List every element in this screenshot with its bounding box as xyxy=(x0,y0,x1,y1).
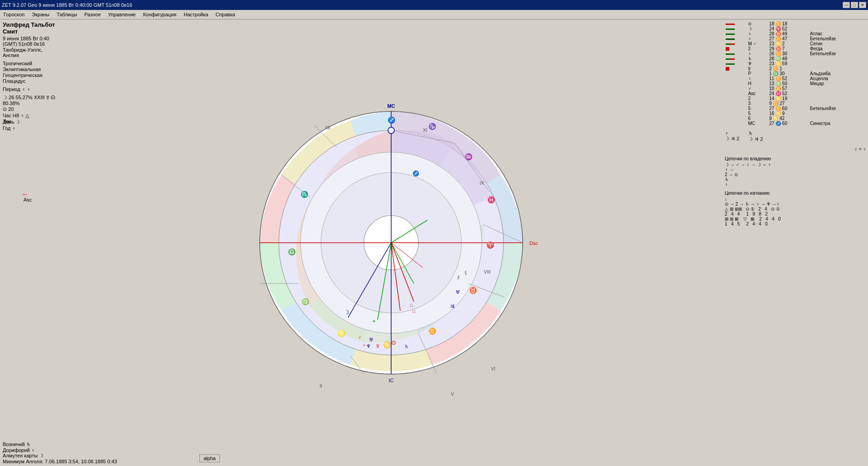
sun-info: ⊙ 20 xyxy=(3,106,56,112)
system-type: Эклиптикальная xyxy=(3,67,56,72)
table-row: ♀ 26 ♊ 30 Бетельгейзе xyxy=(725,51,866,56)
color-indicator xyxy=(726,67,729,71)
menu-screens[interactable]: Экраны xyxy=(30,11,51,18)
svg-text:□: □ xyxy=(412,309,415,314)
svg-text:⊙: ⊙ xyxy=(391,339,396,346)
table-row: 2 29 ♉ 7 Фегда xyxy=(725,46,866,51)
left-panel: Уилфред Тальбот Смит 9 июня 1885 Вт 0:40… xyxy=(0,19,59,466)
table-row: Asc 24 ♓ 52 xyxy=(725,91,866,96)
color-indicator xyxy=(726,63,735,65)
main-content: Уилфред Тальбот Смит 9 июня 1885 Вт 0:40… xyxy=(0,19,868,466)
svg-text:♈: ♈ xyxy=(486,241,494,249)
svg-text:♅: ♅ xyxy=(456,289,460,295)
svg-text:⚷: ⚷ xyxy=(456,274,460,280)
close-button[interactable]: ✕ xyxy=(859,2,866,8)
svg-text:XI: XI xyxy=(423,128,427,133)
svg-text:VIII: VIII xyxy=(484,269,490,274)
year-info: Год ♀ xyxy=(3,125,56,131)
table-row: Р 1 ♎ 30 Альдхиба xyxy=(725,71,866,76)
color-indicator xyxy=(726,34,735,35)
minimum-algol: Минимум Алголя: 7.06.1885 3:54, 10.06.18… xyxy=(3,459,224,464)
table-row: ⊙ 18 ♊ 18 xyxy=(725,21,866,26)
bottom-panel: Возничий ♄ Дорифорий ♀ Алмутен карты ☽ М… xyxy=(0,440,227,466)
table-row: ♆ 23 ♋ 59 xyxy=(725,61,866,66)
table-row: ♄ 28 ♍ 48 xyxy=(725,56,866,61)
table-row: ♂ 10 ♊ 57 xyxy=(725,86,866,91)
table-row: М ♂ 23 ♋ 2 Сегин xyxy=(725,41,866,46)
exile-row1-symbols: △ ⊞ ⊞⊞ ⊙ ① 2 4 ⊙ ① xyxy=(725,207,866,211)
svg-text:II: II xyxy=(320,384,322,389)
svg-text:△: △ xyxy=(410,302,413,307)
svg-text:Dsc: Dsc xyxy=(529,240,538,246)
color-indicator xyxy=(726,53,735,55)
app-title: ZET 9.2.07 Geo 9 июня 1885 Вт 0:40:00 GM… xyxy=(2,2,132,8)
svg-text:♀: ♀ xyxy=(362,342,365,348)
table-row: ♀ 27 ♊ 47 Бетельгейзе xyxy=(725,36,866,41)
svg-text:♆: ♆ xyxy=(366,343,371,349)
chain-4: ♄ xyxy=(725,177,866,182)
alpha-button[interactable]: alpha xyxy=(199,454,220,462)
svg-text:☽: ☽ xyxy=(344,309,349,316)
menu-settings[interactable]: Настройка xyxy=(182,11,210,18)
menu-misc[interactable]: Разное xyxy=(82,11,102,18)
svg-text:♐: ♐ xyxy=(387,116,395,124)
table-row: 5 16 ♋ 9 xyxy=(725,111,866,116)
svg-text:✶: ✶ xyxy=(372,319,376,324)
houses-type: Плацидус xyxy=(3,78,56,84)
right-panel: ⊙ 18 ♊ 18 ☽ 24 ♈ 52 ♀ 28 ♉ 49 Атлас xyxy=(723,19,868,466)
title-bar: ZET 9.2.07 Geo 9 июня 1885 Вт 0:40:00 GM… xyxy=(0,0,868,10)
table-row: Н 13 ♍ 50 Мицар xyxy=(725,81,866,86)
lunar-info: ☽ 26 55.27% XXIII ☿ ☊ 80.38% xyxy=(3,95,56,106)
svg-text:XII: XII xyxy=(325,125,330,130)
color-indicator xyxy=(726,58,735,60)
chains-ownership-title: Цепочки по владению xyxy=(725,156,866,161)
zodiac-type: Тропический xyxy=(3,61,56,66)
svg-text:♃: ♃ xyxy=(450,303,455,310)
color-indicator xyxy=(726,24,735,25)
center-type: Геоцентрическая xyxy=(3,72,56,78)
table-row: 5 27 ♊ 60 Бетельгейзе xyxy=(725,106,866,111)
asc-label: Asc xyxy=(24,197,32,202)
aspect-venus-saturn: ♀ ☽ ♃ 2 xyxy=(725,130,739,142)
exile-row1-nums: 2 4 4 1 9 8 2 xyxy=(725,211,866,216)
exile-chain: ⊙ → 2 → ♄ → ♀ → ♆ →♀ xyxy=(725,202,866,207)
chains-exile: Цепочки по изгнанию ↓ ⊙ → 2 → ♄ → ♀ → ♆ … xyxy=(725,191,866,226)
menu-control[interactable]: Управление xyxy=(106,11,137,18)
menu-tables[interactable]: Таблицы xyxy=(55,11,79,18)
birth-date: 9 июня 1885 Вт 0:40 (GMT) 51n08 0e16 xyxy=(3,36,56,47)
dorifori: Дорифорий ♀ xyxy=(3,447,224,453)
svg-text:♑: ♑ xyxy=(428,123,436,130)
table-row: ☽ 24 ♈ 52 xyxy=(725,26,866,31)
voznicij: Возничий ♄ xyxy=(3,442,224,447)
svg-text:♒: ♒ xyxy=(464,153,472,161)
stars-table: ⊙ 18 ♊ 18 ☽ 24 ♈ 52 ♀ 28 ♉ 49 Атлас xyxy=(725,21,866,126)
chart-area: ♐ ♑ ♒ ♓ ♈ ♉ ♊ ♋ ♌ ♍ ♎ ♏ MC IC Dsc XI XII… xyxy=(59,19,723,466)
chain-2: ♀ → xyxy=(725,167,866,172)
table-row: 6 9 ♋ 42 xyxy=(725,116,866,121)
period-info: Период ♀ ♀ xyxy=(3,86,56,92)
bottom-info: Возничий ♄ Дорифорий ♀ Алмутен карты ☽ М… xyxy=(3,442,224,464)
svg-text:♄: ♄ xyxy=(404,344,409,349)
birth-location: Танбридж-Уэллс, Англия xyxy=(3,47,56,58)
svg-text:☿: ☿ xyxy=(376,343,379,349)
minimize-button[interactable]: — xyxy=(843,2,850,8)
table-row: 2 14 ♋ 19 xyxy=(725,96,866,101)
svg-text:♂: ♂ xyxy=(357,335,361,340)
maximize-button[interactable]: □ xyxy=(851,2,858,8)
svg-text:♐: ♐ xyxy=(412,170,419,177)
svg-text:♓: ♓ xyxy=(487,196,495,204)
aspect-saturn-jupiter: ♄ ☽ ♃ 2 xyxy=(748,130,763,142)
menu-config[interactable]: Конфигурация xyxy=(141,11,178,18)
svg-text:♎: ♎ xyxy=(287,248,296,256)
svg-text:♉: ♉ xyxy=(469,287,477,294)
color-indicator xyxy=(726,47,729,51)
chains-exile-title: Цепочки по изгнанию xyxy=(725,191,866,196)
chains-ownership: Цепочки по владению ☽ → ♂ → ♀ → ☽ ↔ ♀ ♀ … xyxy=(725,156,866,187)
table-row: ♀ 28 ♉ 49 Атлас xyxy=(725,31,866,36)
exile-row2-nums: 1 4 5 2 4 4 0 xyxy=(725,221,866,226)
hour-info: Час Н8 ♀ △ xyxy=(3,113,56,119)
menu-help[interactable]: Справка xyxy=(213,11,237,18)
svg-text:⚸: ⚸ xyxy=(464,270,468,275)
menu-bar: Гороскоп Экраны Таблицы Разное Управлени… xyxy=(0,10,868,19)
menu-horoscope[interactable]: Гороскоп xyxy=(2,11,26,18)
